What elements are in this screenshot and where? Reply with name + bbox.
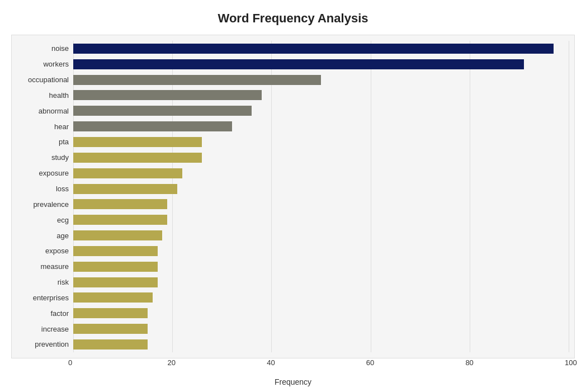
x-tick-label: 40	[267, 358, 275, 367]
bar	[73, 44, 554, 54]
y-label: abnormal	[12, 107, 69, 115]
y-label: hear	[12, 123, 69, 130]
bar	[73, 339, 148, 350]
x-axis-wrapper: 020406080100	[73, 358, 569, 375]
bar-row	[73, 167, 569, 180]
bar-row	[73, 198, 569, 210]
bar	[73, 59, 524, 69]
bar-row	[73, 261, 569, 273]
y-label: exposure	[12, 169, 69, 177]
bar-row	[73, 74, 569, 86]
bar-row	[73, 152, 569, 164]
bar-row	[73, 136, 569, 148]
y-label: prevention	[12, 341, 69, 348]
bar-row	[73, 338, 569, 351]
y-label: prevalence	[12, 201, 69, 208]
y-label: workers	[12, 60, 69, 68]
bar-row	[73, 120, 569, 133]
bar-row	[73, 245, 569, 257]
bar-row	[73, 214, 569, 226]
chart-title: Word Frequency Analysis	[218, 11, 368, 26]
y-label: expose	[12, 247, 69, 254]
y-label: pta	[12, 138, 69, 145]
bar	[73, 121, 232, 131]
y-label: increase	[12, 325, 69, 333]
x-tick-label: 100	[565, 358, 577, 367]
bar-row	[73, 307, 569, 319]
bar-row	[73, 276, 569, 289]
bar-row	[73, 58, 569, 70]
grid-line	[73, 41, 74, 352]
y-label: loss	[12, 185, 69, 192]
bar	[73, 75, 321, 85]
bar	[73, 90, 262, 100]
bar	[73, 277, 158, 287]
bar	[73, 153, 202, 163]
y-label: age	[12, 232, 69, 239]
bar-row	[73, 229, 569, 242]
bar-row	[73, 42, 569, 55]
grid-line	[371, 41, 371, 352]
x-axis-title: Frequency	[11, 377, 575, 386]
bar	[73, 292, 153, 303]
bar	[73, 168, 182, 178]
bar	[73, 199, 167, 209]
bar	[73, 184, 177, 194]
bar-row	[73, 105, 569, 117]
y-label: noise	[12, 45, 69, 52]
bar	[73, 230, 162, 240]
y-label: risk	[12, 278, 69, 286]
bar-row	[73, 183, 569, 195]
bar	[73, 246, 158, 256]
bar	[73, 106, 252, 116]
y-label: factor	[12, 310, 69, 317]
x-tick-label: 20	[168, 358, 176, 367]
bar	[73, 308, 148, 318]
y-label: measure	[12, 263, 69, 270]
y-label: health	[12, 92, 69, 99]
y-labels: noiseworkersoccupationalhealthabnormalhe…	[12, 41, 73, 352]
y-label: occupational	[12, 76, 69, 83]
bar-row	[73, 89, 569, 101]
x-tick-label: 80	[465, 358, 473, 367]
grid-line	[470, 41, 470, 352]
x-tick-label: 60	[366, 358, 374, 367]
grid-line	[172, 41, 173, 352]
bar-row	[73, 291, 569, 304]
x-tick-label: 0	[68, 358, 72, 367]
grid-line	[271, 41, 272, 352]
grid-line	[569, 41, 569, 352]
bar	[73, 215, 167, 225]
bar	[73, 137, 202, 147]
chart-container: noiseworkersoccupationalhealthabnormalhe…	[11, 35, 575, 386]
y-label: enterprises	[12, 294, 69, 301]
y-label: study	[12, 154, 69, 161]
bar	[73, 324, 148, 334]
chart-area: noiseworkersoccupationalhealthabnormalhe…	[11, 35, 575, 358]
bar-row	[73, 323, 569, 335]
y-label: ecg	[12, 216, 69, 224]
bar	[73, 262, 158, 272]
bars-area	[73, 41, 569, 352]
